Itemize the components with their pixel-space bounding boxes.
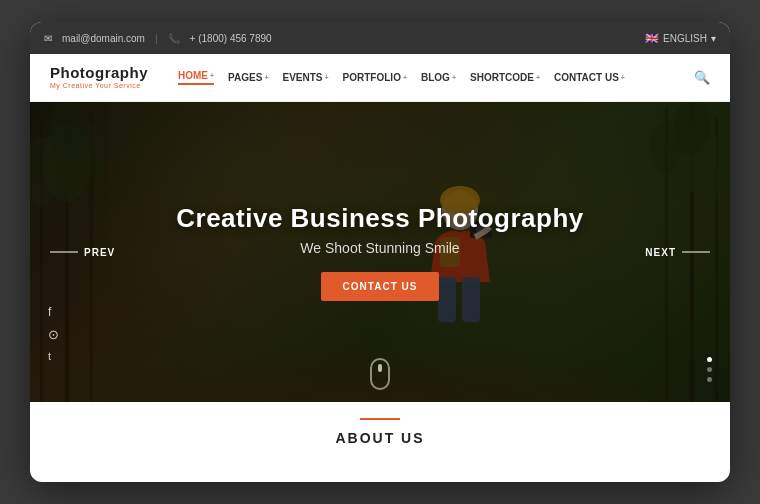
twitter-icon[interactable]: t [48,350,59,362]
nav-item-portfolio[interactable]: PORTFOLIO + [343,72,407,83]
browser-frame: ✉ mail@domain.com | 📞 + (1800) 456 7890 … [30,22,730,482]
nav-item-home[interactable]: HOME + [178,70,214,85]
nav-blog-label: BLOG [421,72,450,83]
contact-us-button[interactable]: CONTACT US [321,272,440,301]
next-label: NEXT [645,247,676,258]
next-button[interactable]: NEXT [645,247,710,258]
scroll-dot [378,364,382,372]
logo-subtitle: My Creative Your Service [50,82,148,90]
about-title: ABOUT US [335,430,424,446]
instagram-icon[interactable]: ⊙ [48,327,59,342]
nav-events-arrow: + [324,74,328,81]
email-icon: ✉ [44,33,52,44]
dot-2[interactable] [707,367,712,372]
nav-home-label: HOME [178,70,208,81]
top-bar-left: ✉ mail@domain.com | 📞 + (1800) 456 7890 [44,33,272,44]
nav-shortcode-label: SHORTCODE [470,72,534,83]
nav-item-blog[interactable]: BLOG + [421,72,456,83]
nav-item-events[interactable]: EVENTS + [282,72,328,83]
search-icon[interactable]: 🔍 [694,70,710,85]
nav-portfolio-label: PORTFOLIO [343,72,401,83]
language-label: ENGLISH [663,33,707,44]
top-bar: ✉ mail@domain.com | 📞 + (1800) 456 7890 … [30,22,730,54]
nav-pages-label: PAGES [228,72,262,83]
dot-3[interactable] [707,377,712,382]
about-section: ABOUT US [30,402,730,458]
nav-contact-label: CONTACT US [554,72,619,83]
nav-shortcode-arrow: + [536,74,540,81]
hero-subtitle: We Shoot Stunning Smile [300,240,459,256]
top-bar-right[interactable]: 🇬🇧 ENGLISH ▾ [645,32,716,45]
scroll-indicator [370,358,390,390]
hero-section: PREV Creative Business Photography We Sh… [30,102,730,402]
logo-title: Photography [50,65,148,82]
nav-links: HOME + PAGES + EVENTS + PORTFOLIO + BLOG… [178,70,674,85]
nav-pages-arrow: + [264,74,268,81]
about-line-decoration [360,418,400,420]
hero-title: Creative Business Photography [176,203,584,234]
phone-icon: 📞 [168,33,180,44]
divider: | [155,33,158,44]
logo: Photography My Creative Your Service [50,65,148,89]
social-icons: f ⊙ t [48,305,59,362]
dots-navigation [707,357,712,382]
flag-icon: 🇬🇧 [645,32,659,45]
nav-home-arrow: + [210,72,214,79]
nav-item-pages[interactable]: PAGES + [228,72,268,83]
hero-content: Creative Business Photography We Shoot S… [30,102,730,402]
nav-contact-arrow: + [621,74,625,81]
nav-item-shortcode[interactable]: SHORTCODE + [470,72,540,83]
nav-blog-arrow: + [452,74,456,81]
nav-item-contact[interactable]: CONTACT US + [554,72,625,83]
email-text: mail@domain.com [62,33,145,44]
language-arrow: ▾ [711,33,716,44]
dot-1[interactable] [707,357,712,362]
nav-events-label: EVENTS [282,72,322,83]
phone-text: + (1800) 456 7890 [190,33,272,44]
nav-portfolio-arrow: + [403,74,407,81]
nav-bar: Photography My Creative Your Service HOM… [30,54,730,102]
facebook-icon[interactable]: f [48,305,59,319]
